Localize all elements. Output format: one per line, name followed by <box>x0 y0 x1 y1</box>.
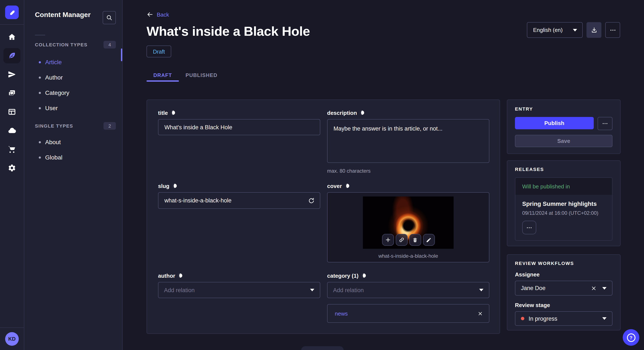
chevron-down-icon <box>602 287 606 289</box>
sidebar-item-releases[interactable] <box>4 67 20 82</box>
page-title: What's inside a Black Hole <box>146 24 310 39</box>
stage-status-dot <box>521 317 524 320</box>
entry-panel: ENTRY Publish Save <box>507 100 620 154</box>
section-count-badge: 4 <box>104 41 116 48</box>
more-horizontal-icon <box>602 120 608 127</box>
field-category: category (1) Add relation news <box>327 272 490 323</box>
chevron-down-icon <box>479 289 484 291</box>
subnav-title: Content Manager <box>35 11 90 19</box>
cart-icon <box>8 145 16 154</box>
combobox-placeholder: Add relation <box>164 287 310 293</box>
sidebar-item-cloud[interactable] <box>4 123 20 138</box>
relation-item: news <box>327 304 490 323</box>
tab-draft[interactable]: DRAFT <box>146 69 179 82</box>
globe-icon <box>360 110 364 115</box>
entry-more-button[interactable] <box>598 117 612 130</box>
field-label-author: author <box>158 272 320 279</box>
description-hint: max. 80 characters <box>327 168 490 174</box>
content-manager-subnav: Content Manager COLLECTION TYPES 4 Artic… <box>24 0 123 350</box>
section-label: COLLECTION TYPES <box>35 42 88 47</box>
delete-media-button[interactable] <box>409 234 421 246</box>
avatar[interactable]: KD <box>5 332 19 346</box>
field-slug: slug <box>158 182 320 262</box>
bullet-icon <box>39 156 41 159</box>
cover-caption: what-s-inside-a-black-hole <box>328 253 489 259</box>
copy-link-button[interactable] <box>396 234 408 246</box>
review-stage-label: Review stage <box>515 302 612 308</box>
relation-link-news[interactable]: news <box>335 310 478 317</box>
title-input[interactable] <box>158 119 320 135</box>
sidebar-item-article[interactable]: Article <box>24 57 122 67</box>
review-stage-combobox[interactable]: In progress <box>515 311 612 326</box>
pencil-icon <box>426 237 432 243</box>
nav-item-label: Article <box>45 59 62 65</box>
field-label-text: slug <box>158 183 169 189</box>
strapi-logo-icon[interactable] <box>5 5 19 19</box>
bullet-icon <box>39 76 41 78</box>
globe-icon <box>178 273 183 278</box>
bullet-icon <box>39 61 41 63</box>
sidebar-item-content-type-builder[interactable] <box>4 104 20 120</box>
release-more-button[interactable] <box>522 221 536 234</box>
field-label-title: title <box>158 109 320 116</box>
sidebar-item-home[interactable] <box>4 29 20 45</box>
home-icon <box>8 33 16 41</box>
field-label-text: cover <box>327 183 342 189</box>
add-media-button[interactable] <box>382 234 394 246</box>
sidebar-item-settings[interactable] <box>4 160 20 176</box>
sidebar-item-content-manager[interactable] <box>4 48 20 63</box>
sidebar-item-user[interactable]: User <box>24 103 122 113</box>
entry-panel-title: ENTRY <box>515 106 612 111</box>
cutoff-bottom-button[interactable] <box>301 346 344 350</box>
author-relation-combobox[interactable]: Add relation <box>158 282 320 298</box>
rail-user-section: KD <box>0 328 24 350</box>
refresh-icon <box>308 197 315 204</box>
slug-input[interactable] <box>158 192 320 209</box>
subnav-divider <box>35 35 45 35</box>
version-tabs: DRAFT PUBLISHED <box>146 69 620 82</box>
clear-assignee-button[interactable] <box>591 285 597 291</box>
header-more-button[interactable] <box>605 22 620 38</box>
sidebar-item-about[interactable]: About <box>24 137 122 147</box>
field-label-category: category (1) <box>327 272 490 279</box>
search-button[interactable] <box>103 11 116 24</box>
close-icon <box>591 285 597 291</box>
chevron-down-icon <box>602 317 606 320</box>
bullet-icon <box>39 92 41 94</box>
save-button[interactable]: Save <box>515 135 612 147</box>
field-title: title <box>158 109 320 174</box>
description-textarea[interactable]: Maybe the answer is in this article, or … <box>327 119 490 163</box>
field-label-text: author <box>158 272 175 279</box>
field-description: description Maybe the answer is in this … <box>327 109 490 174</box>
review-workflows-panel: REVIEW WORKFLOWS Assignee Jane Doe Revie… <box>507 254 620 331</box>
export-button[interactable] <box>586 22 602 38</box>
sidebar-item-media-library[interactable] <box>4 85 20 101</box>
strapi-mark <box>7 7 17 17</box>
nav-item-label: Author <box>45 74 63 81</box>
cloud-icon <box>8 126 16 135</box>
assignee-combobox[interactable]: Jane Doe <box>515 281 612 296</box>
sidebar-item-marketplace[interactable] <box>4 142 20 157</box>
bullet-icon <box>39 141 41 143</box>
publish-button[interactable]: Publish <box>515 117 594 129</box>
locale-value: English (en) <box>533 27 563 33</box>
field-cover: cover <box>327 182 490 262</box>
tab-published[interactable]: PUBLISHED <box>179 69 224 82</box>
question-mark-icon: ? <box>627 333 635 342</box>
releases-panel-title: RELEASES <box>515 167 612 172</box>
sidebar-item-global[interactable]: Global <box>24 153 122 162</box>
main-nav-rail: KD <box>0 0 24 350</box>
help-button[interactable]: ? <box>623 329 639 346</box>
globe-icon <box>361 273 366 278</box>
sidebar-item-author[interactable]: Author <box>24 73 122 82</box>
remove-relation-icon[interactable] <box>478 311 483 316</box>
back-link[interactable]: Back <box>146 11 169 18</box>
sidebar-item-category[interactable]: Category <box>24 88 122 97</box>
category-relation-combobox[interactable]: Add relation <box>327 282 490 298</box>
locale-select[interactable]: English (en) <box>527 22 583 38</box>
edit-media-button[interactable] <box>423 234 435 246</box>
regenerate-slug-button[interactable] <box>305 194 318 207</box>
subnav-scroll-indicator[interactable] <box>121 48 122 61</box>
nav-item-label: Category <box>45 89 70 96</box>
chevron-down-icon <box>310 289 314 291</box>
